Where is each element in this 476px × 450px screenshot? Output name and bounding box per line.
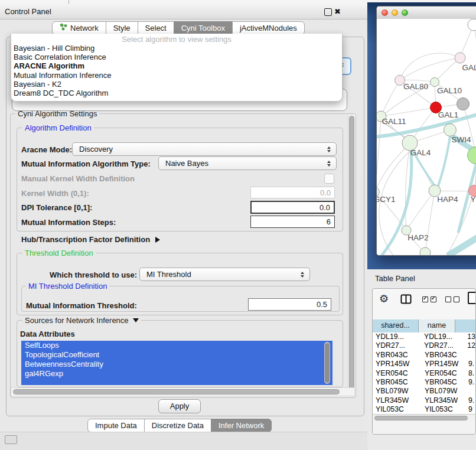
column-layout-icon[interactable] (400, 294, 412, 306)
algorithm-definition-title: Algorithm Definition (22, 123, 94, 132)
table-panel: ⚙ shared... name YDL19...YDL19...13YDR27… (372, 288, 476, 435)
tab-discretize-data[interactable]: Discretize Data (144, 419, 211, 432)
control-panel: Control Panel ✖ Network Style Select Cyn… (0, 0, 367, 450)
sources-group-toggle[interactable]: Sources for Network Inference (22, 316, 141, 325)
deselect-all-checkboxes-icon[interactable] (445, 296, 459, 302)
node-label: GAL80 (403, 82, 428, 91)
dpi-tolerance-field[interactable]: 0.0 (250, 201, 335, 214)
column-header-name[interactable]: name (419, 319, 455, 332)
mi-algorithm-type-select[interactable]: Naive Bayes (158, 156, 337, 170)
network-window-titlebar[interactable] (377, 6, 476, 19)
table-row[interactable]: YBR043CYBR043C (373, 351, 475, 360)
settings-horizontal-scrollbar[interactable] (11, 387, 355, 396)
attribute-item[interactable]: TopologicalCoefficient (21, 350, 332, 360)
table-cell: YER054C (419, 369, 455, 378)
mi-threshold-field[interactable]: 0.5 (248, 298, 331, 311)
table-cell: 9. (455, 360, 475, 369)
attributes-list-scrollbar[interactable] (324, 342, 330, 384)
network-icon (60, 22, 67, 34)
tab-style[interactable]: Style (106, 21, 138, 35)
table-cell: 12 (454, 341, 475, 350)
scrollbar-thumb[interactable] (349, 116, 354, 393)
table-cell: YBR043C (419, 351, 455, 360)
tab-cyni-toolbox[interactable]: Cyni Toolbox (174, 21, 233, 35)
close-window-icon[interactable] (382, 9, 388, 16)
combo-arrows-icon (324, 146, 334, 152)
tab-select[interactable]: Select (138, 21, 174, 35)
kernel-width-field[interactable]: 0.0 (250, 187, 335, 198)
tab-network[interactable]: Network (52, 21, 106, 35)
mi-type-label: Mutual Information Algorithm Type: (21, 159, 151, 168)
apply-button[interactable]: Apply (158, 399, 201, 413)
close-panel-button[interactable]: ✖ (334, 5, 341, 19)
hub-definition-toggle[interactable]: Hub/Transcription Factor Definition (21, 235, 160, 244)
algorithm-option[interactable]: Bayesian - Hill Climbing (12, 44, 341, 53)
algorithm-option[interactable]: Dream8 DC_TDC Algorithm (12, 89, 341, 97)
tab-label: Style (113, 22, 131, 34)
table-horizontal-scrollbar[interactable] (373, 414, 475, 422)
network-view-window[interactable]: GALGAL80GAL10GAL1GAL11SWI4GAL4GCY1HAP4YH… (376, 6, 476, 256)
algorithm-option[interactable]: ARACNE Algorithm (12, 61, 341, 70)
network-node[interactable] (468, 19, 476, 31)
table-row[interactable]: YPR145WYPR145W9. (373, 360, 475, 369)
scrollbar-thumb[interactable] (325, 343, 330, 383)
column-header-partial[interactable] (455, 319, 475, 332)
network-node[interactable] (431, 78, 439, 87)
which-threshold-select[interactable]: MI Threshold (139, 268, 310, 281)
zoom-window-icon[interactable] (402, 9, 408, 16)
tab-infer-network[interactable]: Infer Network (211, 419, 272, 432)
table-row[interactable]: YLR345WYLR345W9. (373, 396, 475, 405)
node-label: GAL1 (438, 110, 459, 119)
table-rows: YDL19...YDL19...13YDR27...YDR27...12YBR0… (373, 332, 475, 414)
algorithm-option[interactable]: Bayesian - K2 (12, 80, 341, 89)
table-cell (455, 387, 475, 396)
settings-vertical-scrollbar[interactable] (348, 115, 356, 396)
attribute-item[interactable]: SelfLoops (21, 341, 332, 350)
network-node-labels: GALGAL80GAL10GAL1GAL11SWI4GAL4GCY1HAP4YH… (377, 63, 476, 242)
table-cell: YDR27... (418, 341, 454, 350)
kernel-width-label: Kernel Width (0,1): (21, 189, 89, 198)
network-node[interactable] (457, 98, 470, 110)
table-row[interactable]: YDR27...YDR27...12 (373, 341, 475, 350)
network-canvas[interactable]: GALGAL80GAL10GAL1GAL11SWI4GAL4GCY1HAP4YH… (377, 19, 476, 255)
network-node[interactable] (455, 53, 465, 63)
attribute-item[interactable]: gal4RGexp (21, 369, 332, 379)
attribute-item[interactable]: BetweennessCentrality (21, 360, 332, 369)
table-cell: YDL19... (373, 332, 418, 341)
column-header-shared-name[interactable]: shared... (373, 319, 419, 332)
data-attributes-list[interactable]: SelfLoopsTopologicalCoefficientBetweenne… (21, 341, 332, 385)
table-row[interactable]: YER054CYER054C8. (373, 369, 475, 378)
table-cell: YIL053C (419, 405, 455, 414)
minimize-window-icon[interactable] (392, 9, 398, 16)
collapsed-panel-handle[interactable] (5, 435, 17, 444)
table-cell: YLR345W (419, 396, 455, 405)
algorithm-option[interactable]: Mutual Information Inference (12, 71, 341, 80)
tab-impute-data[interactable]: Impute Data (87, 419, 145, 432)
mi-steps-field[interactable]: 6 (250, 216, 335, 228)
settings-gear-icon[interactable]: ⚙ (379, 292, 389, 306)
network-node[interactable] (420, 247, 431, 256)
tab-label: Network (70, 22, 99, 34)
table-cell (455, 351, 475, 360)
aracne-mode-select[interactable]: Discovery (72, 142, 337, 156)
algorithm-option[interactable]: Basic Correlation Inference (12, 53, 341, 61)
table-row[interactable]: YDL19...YDL19...13 (373, 332, 475, 341)
network-node[interactable] (444, 124, 457, 136)
table-row[interactable]: YBL079WYBL079W (373, 387, 475, 396)
tab-label: Infer Network (219, 419, 264, 432)
scrollbar-thumb[interactable] (374, 416, 468, 420)
select-all-checkboxes-icon[interactable] (422, 296, 436, 302)
bottom-strip (0, 432, 367, 450)
float-window-button[interactable] (324, 8, 332, 16)
scrollbar-thumb[interactable] (13, 389, 340, 394)
table-cell: YER054C (373, 369, 419, 378)
node-label: HAP2 (407, 233, 428, 242)
hub-definition-label: Hub/Transcription Factor Definition (21, 235, 150, 244)
document-icon[interactable] (468, 292, 476, 304)
manual-kernel-checkbox[interactable] (324, 174, 334, 184)
tab-jactivemnodules[interactable]: jActiveMNodules (232, 21, 305, 35)
table-row[interactable]: YIL053CYIL053C9 (373, 405, 475, 414)
table-row[interactable]: YBR045CYBR045C9. (373, 378, 475, 387)
tab-label: Impute Data (95, 419, 137, 432)
collapse-arrow-icon (133, 318, 139, 322)
